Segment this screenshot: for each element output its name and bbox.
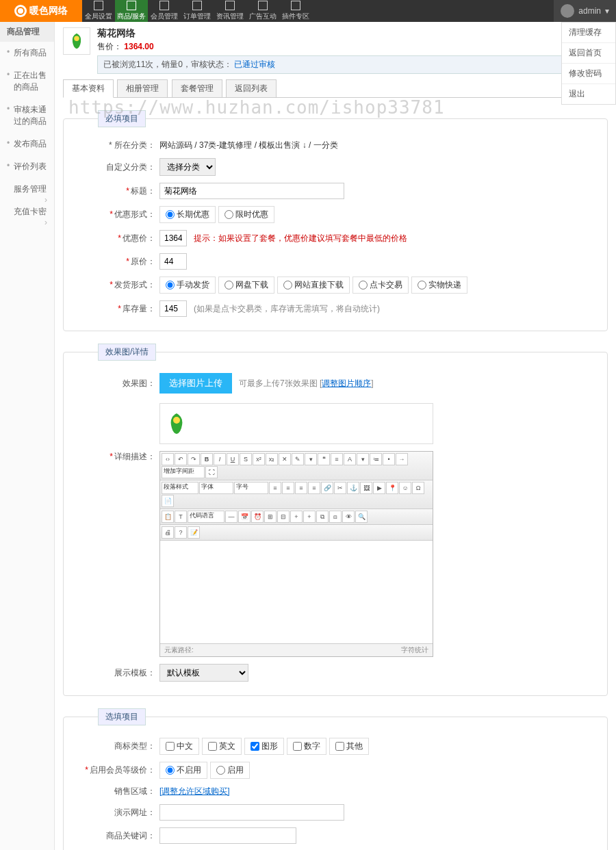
ul-icon[interactable]: •	[383, 453, 395, 465]
unlink-icon[interactable]: ✂	[334, 482, 346, 494]
date-icon[interactable]: 📅	[238, 511, 251, 523]
indent-icon[interactable]: →	[396, 453, 408, 465]
adjust-area-link[interactable]: [调整允许区域购买]	[159, 786, 230, 797]
draft-icon[interactable]: 📝	[188, 526, 200, 539]
custom-font-select[interactable]: 增加字间距	[162, 466, 205, 478]
anchor-icon[interactable]: ⚓	[347, 482, 359, 494]
sidebar-group-cards[interactable]: 充值卡密 ›	[0, 201, 54, 223]
radio-level-on[interactable]: 启用	[210, 762, 250, 779]
tab-return[interactable]: 返回列表	[226, 79, 277, 97]
forecolor-icon[interactable]: A	[344, 453, 356, 465]
input-promo-price[interactable]	[159, 230, 187, 246]
code-select[interactable]: 代码语言	[188, 511, 224, 523]
user-menu-trigger[interactable]: admin ▾ 清理缓存 返回首页 修改密码 退出	[554, 0, 616, 22]
map-icon[interactable]: 📍	[386, 482, 398, 494]
video-icon[interactable]: ▶	[373, 482, 385, 494]
split-icon[interactable]: ⧈	[329, 511, 342, 523]
menu-logout[interactable]: 退出	[562, 84, 615, 104]
print-icon[interactable]: 🖨	[162, 526, 174, 539]
radio-delivery-express[interactable]: 实物快递	[411, 276, 467, 294]
pasteplain-icon[interactable]: T	[175, 511, 187, 523]
audit-status-link[interactable]: 已通过审核	[234, 60, 275, 69]
select-custom-cat[interactable]: 选择分类	[159, 158, 216, 176]
doc-icon[interactable]: 📄	[162, 495, 174, 507]
highlight-icon[interactable]: ▾	[305, 453, 317, 465]
radio-delivery-direct[interactable]: 网站直接下载	[277, 276, 350, 294]
source-icon[interactable]: ‹›	[162, 453, 174, 465]
italic-icon[interactable]: I	[214, 453, 226, 465]
check-tm-en[interactable]: 英文	[202, 738, 242, 755]
select-template[interactable]: 默认模板	[159, 664, 248, 682]
emoji-icon[interactable]: ☺	[399, 482, 411, 494]
input-title[interactable]	[159, 183, 344, 199]
nav-orders[interactable]: 订单管理	[181, 0, 214, 22]
image-icon[interactable]: 🖼	[360, 482, 372, 494]
table-icon[interactable]: ⊞	[264, 511, 277, 523]
tab-album[interactable]: 相册管理	[117, 79, 168, 97]
align-left-icon[interactable]: ≡	[269, 482, 281, 494]
nav-members[interactable]: 会员管理	[148, 0, 181, 22]
radio-level-off[interactable]: 不启用	[159, 762, 207, 779]
align-center-icon[interactable]: ≡	[282, 482, 294, 494]
hr-icon[interactable]: —	[225, 511, 238, 523]
row-ins-icon[interactable]: +	[290, 511, 303, 523]
col-ins-icon[interactable]: +	[303, 511, 316, 523]
sidebar-item-publish[interactable]: 发布商品	[0, 133, 54, 155]
quote-icon[interactable]: ❝	[318, 453, 330, 465]
radio-promo-long[interactable]: 长期优惠	[159, 206, 216, 223]
sidebar-group-service[interactable]: 服务管理 ›	[0, 178, 54, 201]
clear-icon[interactable]: ✕	[279, 453, 291, 465]
editor-textarea[interactable]	[160, 541, 433, 643]
adjust-order-link[interactable]: 调整图片顺序	[322, 378, 371, 388]
paste-icon[interactable]: 📋	[162, 511, 174, 523]
time-icon[interactable]: ⏰	[251, 511, 264, 523]
input-stock[interactable]	[159, 300, 187, 317]
table-del-icon[interactable]: ⊟	[277, 511, 290, 523]
sup-icon[interactable]: x²	[253, 453, 265, 465]
align-just-icon[interactable]: ≡	[308, 482, 320, 494]
fullscreen-icon[interactable]: ⛶	[205, 466, 218, 478]
check-tm-fig[interactable]: 图形	[244, 738, 284, 755]
align-right-icon[interactable]: ≡	[295, 482, 307, 494]
font-select[interactable]: 字体	[199, 482, 233, 494]
bold-icon[interactable]: B	[201, 453, 213, 465]
sidebar-item-rejected[interactable]: 审核未通过的商品	[0, 99, 54, 133]
underline-icon[interactable]: U	[227, 453, 239, 465]
size-select[interactable]: 字号	[234, 482, 268, 494]
brand-logo[interactable]: 暖色网络	[0, 0, 82, 22]
radio-delivery-manual[interactable]: 手动发货	[159, 276, 216, 294]
tab-basic[interactable]: 基本资料	[63, 79, 114, 98]
radio-promo-limited[interactable]: 限时优惠	[218, 206, 274, 223]
merge-icon[interactable]: ⧉	[316, 511, 329, 523]
char-icon[interactable]: Ω	[412, 482, 424, 494]
nav-products[interactable]: 商品/服务	[115, 0, 148, 22]
pre-icon[interactable]: ≡	[331, 453, 343, 465]
link-icon[interactable]: 🔗	[321, 482, 333, 494]
upload-button[interactable]: 选择图片上传	[159, 373, 232, 394]
undo-icon[interactable]: ↶	[175, 453, 187, 465]
check-tm-cn[interactable]: 中文	[159, 738, 199, 755]
input-keywords[interactable]	[159, 827, 296, 844]
paragraph-select[interactable]: 段落样式	[162, 482, 198, 494]
check-tm-other[interactable]: 其他	[329, 738, 369, 755]
radio-delivery-netdisk[interactable]: 网盘下载	[218, 276, 274, 294]
search-icon[interactable]: 🔍	[355, 511, 368, 523]
tab-package[interactable]: 套餐管理	[172, 79, 222, 97]
sub-icon[interactable]: x₂	[266, 453, 278, 465]
help-icon[interactable]: ?	[175, 526, 187, 539]
redo-icon[interactable]: ↷	[188, 453, 200, 465]
nav-news[interactable]: 资讯管理	[214, 0, 246, 22]
sidebar-item-all[interactable]: 所有商品	[0, 42, 54, 64]
radio-delivery-card[interactable]: 点卡交易	[352, 276, 409, 294]
check-tm-num[interactable]: 数字	[287, 738, 326, 755]
preview-icon[interactable]: 👁	[342, 511, 355, 523]
menu-home[interactable]: 返回首页	[562, 43, 615, 64]
input-demo-url[interactable]	[159, 804, 344, 821]
strike-icon[interactable]: S	[240, 453, 252, 465]
backcolor-icon[interactable]: ▾	[357, 453, 369, 465]
brush-icon[interactable]: ✎	[292, 453, 304, 465]
menu-clear-cache[interactable]: 清理缓存	[562, 23, 615, 43]
menu-change-pwd[interactable]: 修改密码	[562, 64, 615, 84]
nav-ads[interactable]: 广告互动	[246, 0, 279, 22]
input-orig-price[interactable]	[159, 253, 187, 270]
